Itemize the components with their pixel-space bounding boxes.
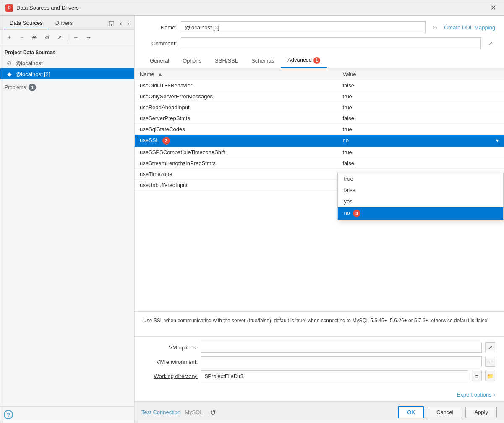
value-cell: no▾: [342, 137, 499, 144]
test-connection-link[interactable]: Test Connection: [141, 409, 180, 415]
table-row[interactable]: useServerPrepStmtsfalse: [135, 113, 504, 123]
vm-env-row: VM environment: ≡: [143, 356, 495, 367]
create-ddl-link[interactable]: Create DDL Mapping: [444, 24, 495, 31]
vm-options-label: VM options:: [143, 344, 198, 351]
table-row[interactable]: useOldUTF8Behaviorfalse: [135, 80, 504, 91]
row-value: true: [337, 91, 504, 102]
row-value: no▾: [337, 134, 504, 147]
col-name[interactable]: Name ▲: [135, 68, 337, 80]
copy-button[interactable]: ⊕: [29, 32, 40, 43]
dropdown-badge: 3: [353, 210, 360, 217]
row-value: true: [337, 147, 504, 158]
close-button[interactable]: ✕: [488, 3, 499, 13]
name-label: Name:: [143, 24, 177, 31]
nav-forward-icon[interactable]: ›: [125, 19, 131, 28]
table-row[interactable]: useStreamLengthsInPrepStmtsfalse: [135, 158, 504, 168]
dropdown-option-yes[interactable]: yes: [338, 196, 503, 207]
name-expand-icon[interactable]: ⊙: [430, 22, 440, 32]
item-icon-active: ◆: [5, 71, 13, 77]
working-dir-row: Working directory: ≡ 📁: [143, 370, 495, 381]
comment-row: Comment: ⤢: [143, 37, 495, 49]
comment-expand-icon[interactable]: ⤢: [485, 38, 495, 48]
table-row[interactable]: useSqlStateCodestrue: [135, 123, 504, 134]
driver-label: MySQL: [185, 409, 203, 415]
nav-back-icon[interactable]: ‹: [118, 19, 123, 28]
item-icon: ⊘: [5, 60, 13, 66]
sidebar-bottom: ?: [0, 406, 134, 423]
divider: [68, 34, 68, 41]
vm-options-input[interactable]: [201, 342, 482, 353]
sidebar: Data Sources Drivers ◱ ‹ › ＋ － ⊕ ⚙ ↗ ← →…: [0, 16, 135, 423]
settings-button[interactable]: ⚙: [42, 32, 52, 43]
row-value: true: [337, 102, 504, 113]
problems-section[interactable]: Problems 1: [0, 79, 134, 93]
add-button[interactable]: ＋: [4, 32, 15, 43]
dropdown-arrow[interactable]: ▾: [496, 138, 499, 144]
tab-drivers[interactable]: Drivers: [50, 17, 78, 29]
comment-input[interactable]: [181, 37, 481, 49]
row-value: true: [337, 123, 504, 134]
expert-options-link[interactable]: Expert options ›: [457, 391, 495, 398]
tab-sshssl[interactable]: SSH/SSL: [208, 54, 245, 68]
row-name: useServerPrepStmts: [135, 113, 337, 123]
table-row[interactable]: useOnlyServerErrorMessagestrue: [135, 91, 504, 102]
row-name: useTimezone: [135, 168, 337, 179]
table-row[interactable]: useSSPSCompatibleTimezoneShifttrue: [135, 147, 504, 158]
tab-options[interactable]: Options: [176, 54, 208, 68]
remove-button[interactable]: －: [16, 32, 27, 43]
export-button[interactable]: ↗: [54, 32, 65, 43]
name-input[interactable]: [181, 21, 426, 33]
expand-icon[interactable]: ◱: [107, 18, 116, 28]
table-row[interactable]: useReadAheadInputtrue: [135, 102, 504, 113]
vm-options-expand-btn[interactable]: ⤢: [485, 342, 495, 352]
row-value: false: [337, 158, 504, 168]
sidebar-item-localhost2[interactable]: ◆ @localhost [2]: [0, 68, 134, 79]
dropdown-option-true[interactable]: true: [338, 173, 503, 184]
dropdown-option-false[interactable]: false: [338, 184, 503, 196]
tab-general[interactable]: General: [143, 54, 176, 68]
cancel-button[interactable]: Cancel: [428, 407, 462, 418]
vm-env-input[interactable]: [201, 356, 482, 367]
tab-schemas[interactable]: Schemas: [245, 54, 281, 68]
working-dir-label: Working directory:: [143, 373, 198, 379]
problems-label: Problems: [5, 84, 26, 90]
working-dir-folder-btn[interactable]: ≡: [472, 371, 482, 381]
expert-options-row: Expert options ›: [135, 390, 504, 402]
expert-options-chevron: ›: [494, 391, 495, 398]
title-bar: D Data Sources and Drivers ✕: [0, 0, 504, 16]
row-name: useSSPSCompatibleTimezoneShift: [135, 147, 337, 158]
sidebar-tab-controls: ◱ ‹ ›: [107, 18, 131, 28]
tab-advanced[interactable]: Advanced1: [281, 53, 327, 68]
help-icon[interactable]: ?: [4, 410, 13, 419]
name-row: Name: ⊙ Create DDL Mapping: [143, 21, 495, 33]
table-row[interactable]: useSSL2no▾: [135, 134, 504, 147]
row-value: false: [337, 113, 504, 123]
working-dir-input[interactable]: [201, 370, 468, 381]
undo-button[interactable]: ↺: [207, 407, 219, 418]
footer: Test Connection MySQL ↺ OK Cancel Apply: [135, 402, 504, 423]
vm-options-row: VM options: ⤢: [143, 342, 495, 353]
forward-button[interactable]: →: [83, 32, 94, 43]
window-title: Data Sources and Drivers: [16, 5, 488, 11]
dropdown-menu: true false yes no 3: [337, 173, 504, 220]
table-container: Name ▲ Value useOldUTF8BehaviorfalseuseO…: [135, 68, 504, 311]
ok-button[interactable]: OK: [398, 406, 424, 418]
row-name: useSSL2: [135, 134, 337, 147]
tab-data-sources[interactable]: Data Sources: [4, 17, 49, 29]
sort-arrow: ▲: [157, 71, 163, 77]
vm-env-expand-btn[interactable]: ≡: [485, 357, 495, 367]
app-icon: D: [5, 4, 13, 12]
row-name: useStreamLengthsInPrepStmts: [135, 158, 337, 168]
back-button[interactable]: ←: [71, 32, 81, 43]
vm-env-label: VM environment:: [143, 359, 198, 365]
main-window: D Data Sources and Drivers ✕ Data Source…: [0, 0, 504, 423]
section-label: Project Data Sources: [0, 45, 134, 58]
row-name: useOnlyServerErrorMessages: [135, 91, 337, 102]
working-dir-browse-btn[interactable]: 📁: [485, 371, 495, 381]
right-panel: Name: ⊙ Create DDL Mapping Comment: ⤢ Ge…: [135, 16, 504, 423]
sidebar-item-localhost[interactable]: ⊘ @localhost: [0, 58, 134, 68]
dropdown-option-no[interactable]: no 3: [338, 207, 503, 220]
row-name: useReadAheadInput: [135, 102, 337, 113]
description-box: Use SSL when communicating with the serv…: [135, 311, 504, 336]
apply-button[interactable]: Apply: [465, 407, 497, 418]
